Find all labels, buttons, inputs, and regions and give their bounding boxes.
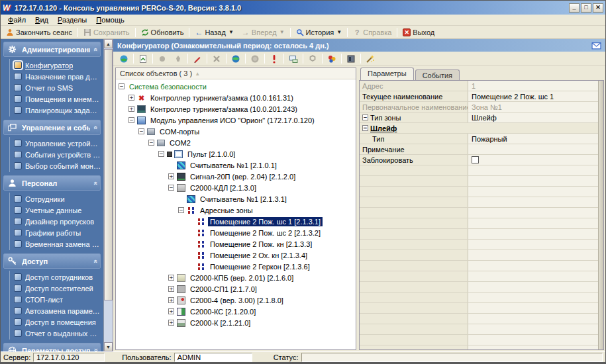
sidebar-item-access-rights[interactable]: Назначение прав доступа о... xyxy=(13,71,101,82)
scroll-down-icon[interactable]: ▼ xyxy=(104,342,113,351)
cfg-button-edit[interactable] xyxy=(189,52,205,65)
sidebar-item-room-access[interactable]: Доступ в помещения xyxy=(13,316,101,328)
close-button[interactable]: ✕ xyxy=(593,3,603,13)
sidebar-item-rooms-mnemo[interactable]: Помещения и мнемосхема xyxy=(13,93,101,105)
sidebar-group-header-person[interactable]: Персонал« xyxy=(3,175,101,191)
cfg-button-wizard[interactable] xyxy=(362,52,378,65)
checkbox-unchecked-icon[interactable] xyxy=(472,156,479,163)
tree-row[interactable]: −Система безопасности xyxy=(116,81,356,92)
mail-flag-icon[interactable] xyxy=(591,42,601,50)
tree-row[interactable]: −COM-порты xyxy=(116,126,356,137)
cfg-button-network[interactable] xyxy=(228,52,244,65)
object-list-header[interactable]: Список объектов ( 3 ) ▲ xyxy=(116,68,356,79)
scroll-up-icon[interactable]: ▲ xyxy=(104,39,113,48)
tree-row[interactable]: −Пульт [2.1.0.0] xyxy=(116,148,356,159)
dropdown-arrow-icon[interactable]: ▼ xyxy=(228,29,234,35)
sidebar-item-work-schedules[interactable]: Графики работы xyxy=(13,227,101,238)
sidebar-item-konfigurator[interactable]: Конфигуратор xyxy=(13,60,101,71)
tree-row[interactable]: −Помещение 2 Ох. кн [2.1.3.4] xyxy=(116,250,356,261)
tree-row[interactable]: +Сигнал-20П (вер. 2.04) [2.1.2.0] xyxy=(116,171,356,182)
property-value[interactable]: Помещение 2 Пож. шс 1 xyxy=(468,91,603,101)
maximize-button[interactable]: □ xyxy=(581,3,591,13)
property-value[interactable] xyxy=(468,155,603,165)
tree-row[interactable]: −Помещение 2 Пож. кн [2.1.3.3] xyxy=(116,238,356,250)
property-value[interactable]: Зона №1 xyxy=(468,102,603,112)
collapse-box-icon[interactable]: − xyxy=(362,114,368,120)
property-value[interactable]: Шлейф xyxy=(468,113,603,122)
cfg-button-transfer[interactable] xyxy=(285,52,301,65)
collapse-box-icon[interactable]: − xyxy=(362,125,368,131)
tab-events[interactable]: События xyxy=(415,69,460,80)
tree-row[interactable]: −С2000-КДЛ [2.1.3.0] xyxy=(116,182,356,193)
expand-box-icon[interactable]: + xyxy=(168,308,174,314)
collapse-chevron-icon[interactable]: « xyxy=(92,126,99,129)
cfg-button-panel-view[interactable] xyxy=(343,52,359,65)
property-value[interactable]: Пожарный xyxy=(468,134,603,144)
sidebar-item-event-monitor-select[interactable]: Выбор событий мониторинга xyxy=(13,160,101,171)
tree-row[interactable]: +С2000-СП1 [2.1.7.0] xyxy=(116,283,356,295)
expand-box-icon[interactable]: + xyxy=(128,95,134,101)
tree-row[interactable]: +Контроллер турникета/замка (10.0.201.24… xyxy=(116,103,356,114)
sidebar-group-header-gear[interactable]: Администрирование« xyxy=(3,42,101,57)
sidebar-item-sms-report[interactable]: Отчет по SMS xyxy=(13,82,101,93)
sidebar-item-temp-account-replace[interactable]: Временная замена учетных ... xyxy=(13,238,101,250)
collapse-box-icon[interactable]: − xyxy=(128,117,134,123)
toolbar-button-refresh[interactable]: Обновить xyxy=(137,26,188,38)
expand-box-icon[interactable]: + xyxy=(168,320,174,326)
collapse-box-icon[interactable]: − xyxy=(148,140,154,146)
dropdown-arrow-icon[interactable]: ▼ xyxy=(279,29,285,35)
toolbar-button-exit-x[interactable]: ✕Выход xyxy=(399,26,438,38)
tree-row[interactable]: −Помещение 2 Пож. шс 1 [2.1.3.1] xyxy=(116,216,356,227)
tree-row[interactable]: +С2000-К [2.1.21.0] xyxy=(116,317,356,328)
collapse-box-icon[interactable]: − xyxy=(119,83,125,89)
collapse-box-icon[interactable]: − xyxy=(158,151,164,157)
scrollbar-thumb[interactable] xyxy=(104,49,113,300)
collapse-box-icon[interactable]: − xyxy=(178,207,184,213)
tree-row[interactable]: +✖Контроллер турникета/замка (10.0.161.3… xyxy=(116,92,356,103)
sidebar-item-device-events[interactable]: События устройств и дейст... xyxy=(13,149,101,160)
expand-box-icon[interactable]: + xyxy=(168,297,174,303)
menu-item-3[interactable]: Разделы xyxy=(53,15,91,24)
cfg-button-station-config[interactable] xyxy=(135,52,151,65)
toolbar-button-back-arrow[interactable]: ←Назад▼ xyxy=(191,26,237,38)
tree-row[interactable]: −Помещение 2 Геркон [2.1.3.6] xyxy=(116,261,356,272)
dropdown-arrow-icon[interactable]: ▼ xyxy=(336,29,342,35)
property-grid-scrollbar[interactable] xyxy=(598,81,603,349)
menu-item-2[interactable]: Вид xyxy=(30,15,53,24)
minimize-button[interactable]: _ xyxy=(569,3,580,13)
collapse-chevron-icon[interactable]: « xyxy=(92,259,99,263)
tree-row[interactable]: −Адресные зоны xyxy=(116,205,356,216)
sidebar-item-badge-designer[interactable]: Дизайнер пропусков xyxy=(13,216,101,227)
sidebar-item-stop-list[interactable]: СТОП-лист xyxy=(13,294,101,305)
sidebar-group-header-key[interactable]: Доступ« xyxy=(3,253,101,269)
expand-box-icon[interactable]: + xyxy=(128,106,134,112)
tree-row[interactable]: −Считыватель №1 [2.1.3.1] xyxy=(116,193,356,205)
sidebar-scrollbar[interactable]: ▲ ▼ xyxy=(103,39,113,351)
tree-row[interactable]: −Считыватель №1 [2.1.0.1] xyxy=(116,159,356,171)
menu-item-4[interactable]: Помощь xyxy=(91,15,129,24)
cfg-button-verify[interactable] xyxy=(266,52,282,65)
tree-row[interactable]: +С2000-КС [2.1.20.0] xyxy=(116,306,356,317)
sidebar-item-task-scheduler[interactable]: Планировщик заданий xyxy=(13,105,101,116)
tree-row[interactable]: −COM2 xyxy=(116,137,356,148)
toolbar-button-history-magnifier[interactable]: История▼ xyxy=(292,26,346,38)
property-value[interactable] xyxy=(468,144,603,154)
expand-chevron-icon[interactable]: « xyxy=(92,349,99,351)
sidebar-item-employee-access[interactable]: Доступ сотрудников xyxy=(13,271,101,283)
sidebar-item-employees[interactable]: Сотрудники xyxy=(13,193,101,205)
sidebar-item-device-control[interactable]: Управление устройствами и... xyxy=(13,138,101,149)
expand-box-icon[interactable]: + xyxy=(168,286,174,292)
cfg-button-event-colors[interactable] xyxy=(324,52,340,65)
tree-row[interactable]: −Помещение 2 Пож. шс 2 [2.1.3.2] xyxy=(116,227,356,238)
sidebar-item-auto-replace-params[interactable]: Автозамена параметров до... xyxy=(13,305,101,316)
expand-box-icon[interactable]: + xyxy=(168,173,174,179)
collapse-chevron-icon[interactable]: « xyxy=(92,48,99,51)
collapse-box-icon[interactable]: − xyxy=(168,185,174,191)
tab-parameters[interactable]: Параметры xyxy=(360,68,414,80)
sidebar-item-account-data[interactable]: Учетные данные xyxy=(13,205,101,216)
sidebar-item-visitor-access[interactable]: Доступ посетителей xyxy=(13,283,101,294)
collapse-chevron-icon[interactable]: « xyxy=(92,181,99,185)
property-value[interactable]: 1 xyxy=(468,81,603,91)
sidebar-group-header-globe[interactable]: Параметры доступа« xyxy=(3,343,101,351)
cfg-button-search-devices[interactable] xyxy=(116,52,132,65)
